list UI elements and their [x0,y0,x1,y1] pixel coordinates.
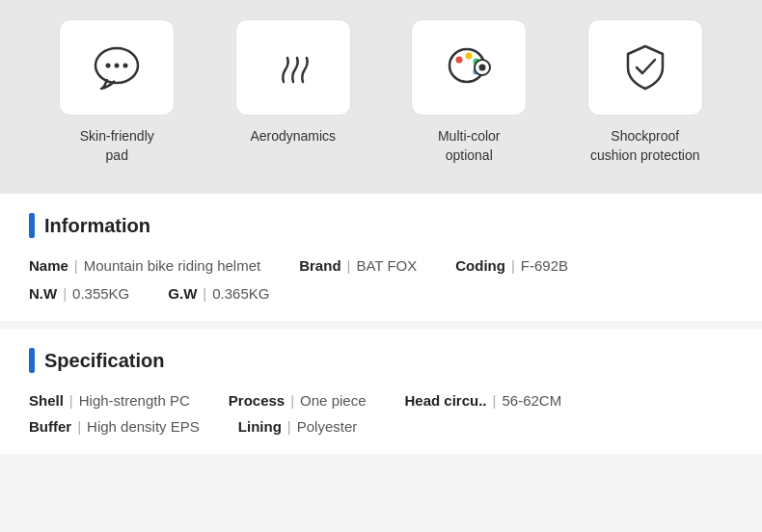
skin-friendly-label: Skin-friendlypad [80,127,154,165]
features-section: Skin-friendlypad Aerodynamics [0,0,762,194]
name-value: Mountain bike riding helmet [84,257,260,274]
spec-lining: Lining | Polyester [238,418,357,435]
svg-point-10 [479,65,486,71]
lining-sep: | [287,418,291,435]
buffer-sep: | [77,418,81,435]
aerodynamics-icon-box [235,19,351,116]
steam-icon [264,39,322,96]
spec-title-bar [29,348,35,373]
info-coding: Coding | F-692B [455,257,568,274]
spec-row-2: Buffer | High density EPS Lining | Polye… [29,418,733,435]
spec-row-1: Shell | High-strength PC Process | One p… [29,392,733,409]
svg-point-3 [123,64,128,68]
gw-sep: | [203,285,206,302]
spec-process: Process | One piece [229,392,367,409]
nw-label: N.W [29,285,57,302]
info-name: Name | Mountain bike riding helmet [29,257,260,274]
multi-color-label: Multi-coloroptional [438,127,501,165]
shell-value: High-strength PC [79,392,190,409]
process-value: One piece [300,392,366,409]
buffer-label: Buffer [29,418,71,435]
spec-shell: Shell | High-strength PC [29,392,190,409]
info-gw: G.W | 0.365KG [168,285,269,302]
process-label: Process [229,392,285,409]
nw-value: 0.355KG [72,285,129,302]
feature-aerodynamics: Aerodynamics [221,19,366,146]
svg-point-1 [106,64,111,68]
information-grid: Name | Mountain bike riding helmet Brand… [29,257,733,302]
info-title-bar [29,213,35,238]
information-section: Information Name | Mountain bike riding … [0,194,762,329]
svg-point-5 [456,57,463,64]
chat-bubble-icon [88,39,146,96]
information-title-text: Information [44,215,150,237]
info-nw: N.W | 0.355KG [29,285,129,302]
skin-friendly-icon-box [59,19,175,116]
head-circu-value: 56-62CM [502,392,561,409]
buffer-value: High density EPS [87,418,200,435]
feature-shockproof: Shockproofcushion protection [573,19,718,165]
brand-sep: | [347,257,351,274]
specification-section: Specification Shell | High-strength PC P… [0,329,762,454]
aerodynamics-label: Aerodynamics [250,127,336,146]
lining-label: Lining [238,418,282,435]
info-row-1: Name | Mountain bike riding helmet Brand… [29,257,733,274]
name-sep: | [74,257,78,274]
shockproof-label: Shockproofcushion protection [590,127,700,165]
coding-value: F-692B [521,257,568,274]
info-brand: Brand | BAT FOX [299,257,417,274]
gw-label: G.W [168,285,197,302]
shield-check-icon [616,39,674,96]
feature-multi-color: Multi-coloroptional [396,19,541,165]
multi-color-icon-box [411,19,527,116]
head-circu-label: Head circu.. [405,392,487,409]
nw-sep: | [63,285,67,302]
coding-sep: | [511,257,515,274]
shell-sep: | [69,392,73,409]
shockproof-icon-box [587,19,703,116]
name-label: Name [29,257,68,274]
shell-label: Shell [29,392,64,409]
specification-title-text: Specification [44,350,164,372]
brand-value: BAT FOX [356,257,417,274]
palette-icon [440,39,498,96]
lining-value: Polyester [297,418,358,435]
coding-label: Coding [455,257,505,274]
svg-point-2 [115,64,120,68]
spec-head-circu: Head circu.. | 56-62CM [405,392,562,409]
gw-value: 0.365KG [212,285,269,302]
information-title: Information [29,213,733,238]
head-circu-sep: | [493,392,497,409]
feature-skin-friendly: Skin-friendlypad [44,19,189,165]
info-row-2: N.W | 0.355KG G.W | 0.365KG [29,285,733,302]
brand-label: Brand [299,257,340,274]
spec-buffer: Buffer | High density EPS [29,418,200,435]
process-sep: | [290,392,294,409]
specification-title: Specification [29,348,733,373]
svg-point-6 [466,53,473,60]
